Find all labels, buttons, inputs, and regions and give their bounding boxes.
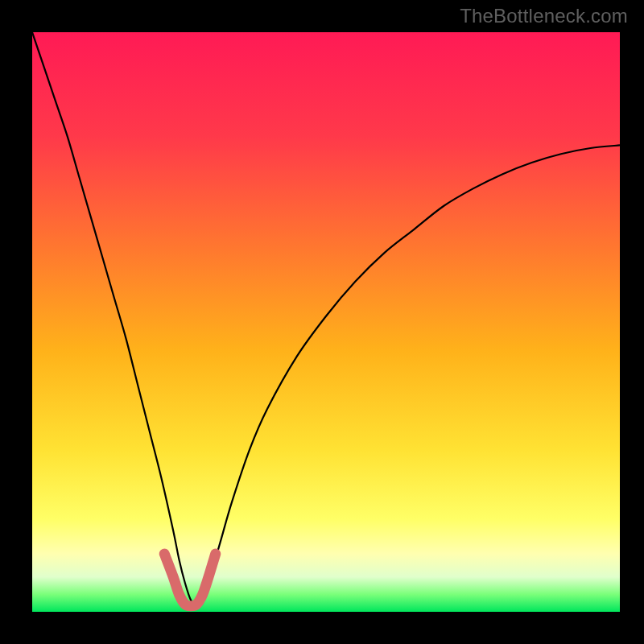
bottleneck-chart	[32, 32, 620, 612]
chart-frame: TheBottleneck.com	[0, 0, 644, 644]
watermark-text: TheBottleneck.com	[460, 5, 628, 27]
chart-plot-area	[32, 32, 620, 612]
gradient-background	[32, 32, 620, 612]
